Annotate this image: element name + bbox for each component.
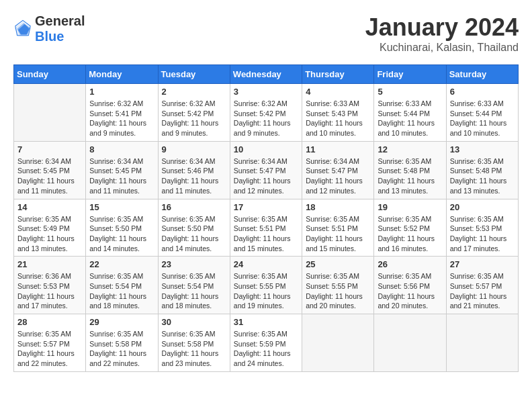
day-info: Sunrise: 6:35 AMSunset: 5:55 PMDaylight:…: [234, 271, 298, 311]
day-info: Sunrise: 6:35 AMSunset: 5:51 PMDaylight:…: [306, 214, 370, 254]
main-title: January 2024: [365, 13, 519, 42]
calendar-cell: 26Sunrise: 6:35 AMSunset: 5:56 PMDayligh…: [374, 257, 446, 314]
calendar-cell: 15Sunrise: 6:35 AMSunset: 5:50 PMDayligh…: [86, 199, 158, 257]
logo-blue: Blue: [35, 29, 64, 44]
day-info: Sunrise: 6:35 AMSunset: 5:54 PMDaylight:…: [89, 271, 154, 311]
logo-icon: [13, 19, 32, 38]
calendar-cell: 30Sunrise: 6:35 AMSunset: 5:58 PMDayligh…: [158, 314, 230, 372]
day-number: 8: [89, 144, 154, 154]
day-number: 23: [162, 259, 226, 269]
day-info: Sunrise: 6:33 AMSunset: 5:44 PMDaylight:…: [450, 99, 515, 138]
week-row-3: 14Sunrise: 6:35 AMSunset: 5:49 PMDayligh…: [14, 199, 519, 257]
day-info: Sunrise: 6:33 AMSunset: 5:44 PMDaylight:…: [378, 99, 442, 138]
day-info: Sunrise: 6:34 AMSunset: 5:46 PMDaylight:…: [162, 156, 226, 196]
calendar-cell: 3Sunrise: 6:32 AMSunset: 5:42 PMDaylight…: [230, 84, 302, 142]
calendar-cell: 19Sunrise: 6:35 AMSunset: 5:52 PMDayligh…: [374, 199, 446, 257]
day-number: 16: [162, 202, 226, 212]
calendar-cell: 28Sunrise: 6:35 AMSunset: 5:57 PMDayligh…: [14, 314, 86, 372]
calendar-cell: 25Sunrise: 6:35 AMSunset: 5:55 PMDayligh…: [302, 257, 374, 314]
day-info: Sunrise: 6:35 AMSunset: 5:49 PMDaylight:…: [17, 214, 82, 254]
calendar-cell: 27Sunrise: 6:35 AMSunset: 5:57 PMDayligh…: [446, 257, 518, 314]
day-info: Sunrise: 6:35 AMSunset: 5:52 PMDaylight:…: [378, 214, 442, 254]
day-number: 26: [378, 259, 442, 269]
calendar-cell: 5Sunrise: 6:33 AMSunset: 5:44 PMDaylight…: [374, 84, 446, 142]
day-info: Sunrise: 6:35 AMSunset: 5:55 PMDaylight:…: [306, 271, 370, 311]
day-info: Sunrise: 6:35 AMSunset: 5:53 PMDaylight:…: [450, 214, 515, 254]
day-number: 17: [234, 202, 298, 212]
calendar-table: SundayMondayTuesdayWednesdayThursdayFrid…: [13, 64, 519, 372]
day-info: Sunrise: 6:32 AMSunset: 5:42 PMDaylight:…: [234, 99, 298, 138]
header-day-saturday: Saturday: [446, 65, 518, 84]
calendar-cell: 17Sunrise: 6:35 AMSunset: 5:51 PMDayligh…: [230, 199, 302, 257]
day-info: Sunrise: 6:35 AMSunset: 5:58 PMDaylight:…: [89, 329, 154, 369]
header-day-monday: Monday: [86, 65, 158, 84]
calendar-cell: 13Sunrise: 6:35 AMSunset: 5:48 PMDayligh…: [446, 141, 518, 199]
day-info: Sunrise: 6:35 AMSunset: 5:56 PMDaylight:…: [378, 271, 442, 311]
day-number: 1: [89, 87, 154, 97]
day-number: 9: [162, 144, 226, 154]
calendar-cell: [374, 314, 446, 372]
day-number: 28: [17, 317, 82, 327]
week-row-1: 1Sunrise: 6:32 AMSunset: 5:41 PMDaylight…: [14, 84, 519, 142]
calendar-cell: 2Sunrise: 6:32 AMSunset: 5:42 PMDaylight…: [158, 84, 230, 142]
calendar-body: 1Sunrise: 6:32 AMSunset: 5:41 PMDaylight…: [14, 84, 519, 372]
calendar-cell: 16Sunrise: 6:35 AMSunset: 5:50 PMDayligh…: [158, 199, 230, 257]
day-number: 18: [306, 202, 370, 212]
header-day-sunday: Sunday: [14, 65, 86, 84]
day-number: 11: [306, 144, 370, 154]
day-info: Sunrise: 6:35 AMSunset: 5:54 PMDaylight:…: [162, 271, 226, 311]
calendar-cell: 6Sunrise: 6:33 AMSunset: 5:44 PMDaylight…: [446, 84, 518, 142]
day-number: 31: [234, 317, 298, 327]
calendar-cell: 23Sunrise: 6:35 AMSunset: 5:54 PMDayligh…: [158, 257, 230, 314]
day-number: 25: [306, 259, 370, 269]
day-info: Sunrise: 6:36 AMSunset: 5:53 PMDaylight:…: [17, 271, 82, 311]
calendar-cell: 29Sunrise: 6:35 AMSunset: 5:58 PMDayligh…: [86, 314, 158, 372]
day-info: Sunrise: 6:32 AMSunset: 5:41 PMDaylight:…: [89, 99, 154, 138]
day-number: 29: [89, 317, 154, 327]
day-info: Sunrise: 6:35 AMSunset: 5:59 PMDaylight:…: [234, 329, 298, 369]
header-row: SundayMondayTuesdayWednesdayThursdayFrid…: [14, 65, 519, 84]
day-number: 2: [162, 87, 226, 97]
header-day-friday: Friday: [374, 65, 446, 84]
day-number: 7: [17, 144, 82, 154]
calendar-cell: 10Sunrise: 6:34 AMSunset: 5:47 PMDayligh…: [230, 141, 302, 199]
day-number: 6: [450, 87, 515, 97]
calendar-cell: 21Sunrise: 6:36 AMSunset: 5:53 PMDayligh…: [14, 257, 86, 314]
day-info: Sunrise: 6:34 AMSunset: 5:47 PMDaylight:…: [306, 156, 370, 196]
calendar-cell: 22Sunrise: 6:35 AMSunset: 5:54 PMDayligh…: [86, 257, 158, 314]
day-number: 30: [162, 317, 226, 327]
calendar-header: SundayMondayTuesdayWednesdayThursdayFrid…: [14, 65, 519, 84]
day-number: 4: [306, 87, 370, 97]
day-info: Sunrise: 6:34 AMSunset: 5:47 PMDaylight:…: [234, 156, 298, 196]
logo-general: General: [35, 13, 85, 28]
title-block: January 2024 Kuchinarai, Kalasin, Thaila…: [365, 13, 519, 54]
week-row-2: 7Sunrise: 6:34 AMSunset: 5:45 PMDaylight…: [14, 141, 519, 199]
day-info: Sunrise: 6:35 AMSunset: 5:51 PMDaylight:…: [234, 214, 298, 254]
calendar-cell: 1Sunrise: 6:32 AMSunset: 5:41 PMDaylight…: [86, 84, 158, 142]
day-number: 14: [17, 202, 82, 212]
calendar-cell: 11Sunrise: 6:34 AMSunset: 5:47 PMDayligh…: [302, 141, 374, 199]
calendar-cell: 24Sunrise: 6:35 AMSunset: 5:55 PMDayligh…: [230, 257, 302, 314]
day-info: Sunrise: 6:33 AMSunset: 5:43 PMDaylight:…: [306, 99, 370, 138]
header-day-tuesday: Tuesday: [158, 65, 230, 84]
header-day-thursday: Thursday: [302, 65, 374, 84]
day-number: 15: [89, 202, 154, 212]
day-info: Sunrise: 6:35 AMSunset: 5:48 PMDaylight:…: [378, 156, 442, 196]
day-info: Sunrise: 6:32 AMSunset: 5:42 PMDaylight:…: [162, 99, 226, 138]
day-info: Sunrise: 6:35 AMSunset: 5:57 PMDaylight:…: [17, 329, 82, 369]
day-number: 10: [234, 144, 298, 154]
day-info: Sunrise: 6:35 AMSunset: 5:50 PMDaylight:…: [162, 214, 226, 254]
day-info: Sunrise: 6:34 AMSunset: 5:45 PMDaylight:…: [89, 156, 154, 196]
calendar-cell: 12Sunrise: 6:35 AMSunset: 5:48 PMDayligh…: [374, 141, 446, 199]
day-number: 19: [378, 202, 442, 212]
day-number: 13: [450, 144, 515, 154]
calendar-cell: 4Sunrise: 6:33 AMSunset: 5:43 PMDaylight…: [302, 84, 374, 142]
logo: General Blue: [13, 13, 85, 44]
week-row-5: 28Sunrise: 6:35 AMSunset: 5:57 PMDayligh…: [14, 314, 519, 372]
calendar-cell: 9Sunrise: 6:34 AMSunset: 5:46 PMDaylight…: [158, 141, 230, 199]
calendar-cell: [446, 314, 518, 372]
calendar-cell: 31Sunrise: 6:35 AMSunset: 5:59 PMDayligh…: [230, 314, 302, 372]
day-number: 24: [234, 259, 298, 269]
week-row-4: 21Sunrise: 6:36 AMSunset: 5:53 PMDayligh…: [14, 257, 519, 314]
day-number: 22: [89, 259, 154, 269]
